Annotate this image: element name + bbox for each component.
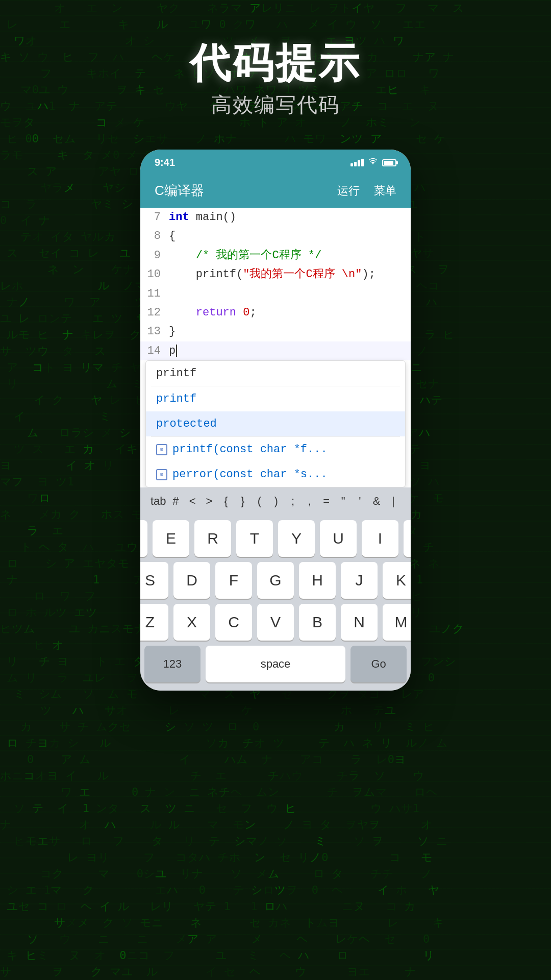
- key-semicolon[interactable]: ;: [286, 495, 300, 508]
- key-rparen[interactable]: ): [269, 495, 283, 508]
- key-n[interactable]: N: [341, 604, 378, 641]
- key-tab[interactable]: tab: [151, 495, 166, 508]
- autocomplete-item-printf-2[interactable]: printf: [146, 386, 405, 411]
- app-bar-actions: 运行 菜单: [337, 183, 396, 199]
- key-c[interactable]: C: [215, 604, 252, 641]
- key-lt[interactable]: <: [185, 495, 199, 508]
- key-go[interactable]: Go: [350, 646, 407, 682]
- page-content: 代码提示 高效编写代码 9:41: [0, 0, 551, 980]
- battery-icon: [382, 159, 396, 166]
- app-title: C编译器: [155, 182, 204, 200]
- key-squote[interactable]: ': [353, 495, 367, 508]
- status-icons: [350, 157, 396, 168]
- autocomplete-item-perror-func[interactable]: ⊡ perror(const char *s...: [146, 462, 405, 487]
- phone-frame: 9:41: [140, 150, 411, 691]
- key-123[interactable]: 123: [144, 646, 201, 682]
- key-z[interactable]: Z: [140, 604, 168, 641]
- autocomplete-item-protected[interactable]: protected: [146, 411, 405, 436]
- key-g[interactable]: G: [257, 562, 294, 599]
- keyboard: Q W E R T Y U I O P A S D F G H J K: [140, 515, 411, 691]
- key-comma[interactable]: ,: [303, 495, 317, 508]
- run-button[interactable]: 运行: [337, 183, 360, 199]
- key-space[interactable]: space: [206, 646, 345, 682]
- key-m[interactable]: M: [383, 604, 411, 641]
- key-row-2: A S D F G H J K L: [144, 562, 407, 599]
- code-editor[interactable]: 7 int main() 8 { 9 /* 我的第一个C程序 */: [140, 208, 411, 487]
- key-y[interactable]: Y: [278, 520, 315, 557]
- autocomplete-item-printf-func[interactable]: ⊡ printf(const char *f...: [146, 437, 405, 462]
- key-row-1: Q W E R T Y U I O P: [144, 520, 407, 557]
- key-b[interactable]: B: [299, 604, 336, 641]
- key-row-3: ⬆ Z X C V B N M ⌫: [144, 604, 407, 641]
- code-line-9: 9 /* 我的第一个C程序 */: [140, 246, 411, 265]
- key-k[interactable]: K: [383, 562, 411, 599]
- code-line-11: 11: [140, 284, 411, 303]
- key-u[interactable]: U: [320, 520, 357, 557]
- key-o[interactable]: O: [404, 520, 411, 557]
- key-w[interactable]: W: [140, 520, 147, 557]
- key-e[interactable]: E: [153, 520, 189, 557]
- status-time: 9:41: [155, 157, 175, 168]
- key-gt[interactable]: >: [202, 495, 216, 508]
- symbol-bar: tab # < > { } ( ) ; , = " ' & |: [140, 487, 411, 515]
- key-r[interactable]: R: [194, 520, 231, 557]
- code-line-10: 10 printf("我的第一个C程序 \n");: [140, 265, 411, 284]
- key-hash[interactable]: #: [168, 495, 183, 508]
- key-row-4: 123 space Go: [144, 646, 407, 682]
- header-subtitle: 高效编写代码: [190, 91, 361, 119]
- key-j[interactable]: J: [341, 562, 378, 599]
- autocomplete-dropdown[interactable]: printf printf protected ⊡ printf(const c…: [145, 360, 406, 487]
- status-bar: 9:41: [140, 150, 411, 174]
- wifi-icon: [368, 157, 378, 168]
- key-dquote[interactable]: ": [336, 495, 350, 508]
- key-s[interactable]: S: [140, 562, 168, 599]
- func-icon-printf: ⊡: [156, 444, 167, 455]
- code-line-13: 13 }: [140, 322, 411, 341]
- code-line-12: 12 return 0;: [140, 303, 411, 322]
- signal-icon: [350, 159, 364, 166]
- key-t[interactable]: T: [236, 520, 273, 557]
- key-v[interactable]: V: [257, 604, 294, 641]
- key-d[interactable]: D: [173, 562, 210, 599]
- code-line-8: 8 {: [140, 227, 411, 246]
- autocomplete-item-printf-1[interactable]: printf: [146, 361, 405, 386]
- key-h[interactable]: H: [299, 562, 336, 599]
- key-i[interactable]: I: [362, 520, 398, 557]
- header-section: 代码提示 高效编写代码: [190, 41, 361, 119]
- key-rbrace[interactable]: }: [236, 495, 250, 508]
- code-line-14: 14 p: [140, 341, 411, 360]
- menu-button[interactable]: 菜单: [374, 183, 396, 199]
- key-f[interactable]: F: [215, 562, 252, 599]
- app-bar: C编译器 运行 菜单: [140, 174, 411, 208]
- key-amp[interactable]: &: [369, 495, 384, 508]
- key-lparen[interactable]: (: [252, 495, 266, 508]
- key-lbrace[interactable]: {: [219, 495, 233, 508]
- code-line-7: 7 int main(): [140, 208, 411, 227]
- func-icon-perror: ⊡: [156, 469, 167, 480]
- header-title: 代码提示: [190, 41, 361, 86]
- key-equals[interactable]: =: [319, 495, 334, 508]
- key-x[interactable]: X: [173, 604, 210, 641]
- key-pipe[interactable]: |: [386, 495, 400, 508]
- cursor: [176, 345, 177, 357]
